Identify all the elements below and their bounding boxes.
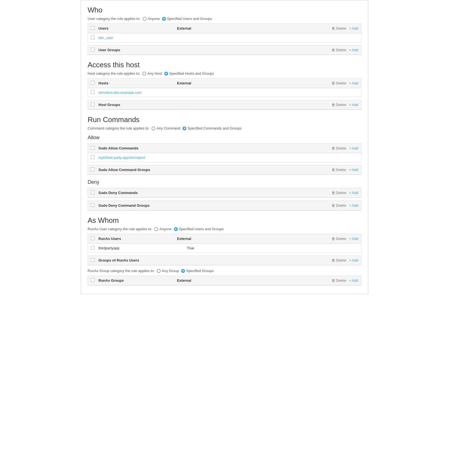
sudo-allow-command-groups-header-checkbox[interactable]	[91, 167, 95, 171]
user-groups-delete-button[interactable]: 🗑 Delete	[331, 48, 346, 52]
sudo-deny-commands-header-checkbox[interactable]	[91, 190, 95, 194]
sudo-deny-command-groups-table: Sudo Deny Command Groups 🗑 Delete + Add	[88, 201, 361, 211]
runas-users-add-button[interactable]: + Add	[349, 237, 358, 241]
table-row: idmclient.idm.example.com	[88, 88, 361, 97]
trash-icon: 🗑	[331, 258, 335, 262]
host-groups-header-checkbox[interactable]	[91, 102, 95, 106]
hosts-table: Hosts External 🗑 Delete + Add idmclient.…	[88, 78, 361, 97]
as-whom-radio-specified-circle	[174, 227, 178, 231]
runas-groups-delete-button[interactable]: 🗑 Delete	[331, 278, 346, 283]
who-section: Who User category the rule applies to: A…	[88, 6, 361, 55]
trash-icon: 🗑	[331, 237, 335, 241]
access-host-radio-any[interactable]: Any Host	[142, 71, 162, 76]
user-groups-table: User Groups 🗑 Delete + Add	[88, 45, 361, 55]
groups-of-runas-users-delete-button[interactable]: 🗑 Delete	[331, 258, 346, 262]
sudo-allow-commands-header-checkbox[interactable]	[91, 146, 95, 150]
hosts-header-checkbox[interactable]	[91, 81, 95, 85]
table-row: thirdpartyapp True	[88, 244, 361, 252]
user-groups-table-header: User Groups 🗑 Delete + Add	[88, 45, 361, 55]
sudo-allow-command-groups-delete-button[interactable]: 🗑 Delete	[331, 168, 346, 172]
run-commands-radio-specified[interactable]: Specified Commands and Groups	[182, 126, 241, 130]
groups-of-runas-users-add-button[interactable]: + Add	[349, 258, 358, 262]
as-whom-radio-specified[interactable]: Specified Users and Groups	[174, 227, 224, 231]
runas-users-row-checkbox[interactable]	[91, 246, 95, 250]
sudo-deny-commands-table: Sudo Deny Commands 🗑 Delete + Add	[88, 188, 361, 198]
runas-user-rule-label: RunAs User category the rule applies to:…	[88, 227, 361, 231]
host-groups-delete-button[interactable]: 🗑 Delete	[331, 103, 346, 107]
groups-of-runas-users-header-checkbox[interactable]	[91, 258, 95, 262]
host-groups-add-button[interactable]: + Add	[349, 103, 358, 107]
sudo-allow-commands-delete-button[interactable]: 🗑 Delete	[331, 146, 346, 150]
as-whom-section: As Whom RunAs User category the rule app…	[88, 216, 361, 286]
hosts-table-header: Hosts External 🗑 Delete + Add	[88, 79, 361, 88]
users-delete-button[interactable]: 🗑 Delete	[331, 26, 346, 30]
sudo-allow-commands-row-checkbox[interactable]	[91, 155, 95, 159]
sudo-allow-commands-add-button[interactable]: + Add	[349, 146, 358, 150]
trash-icon: 🗑	[331, 26, 335, 30]
as-whom-radio-anygroup-circle	[157, 269, 161, 273]
groups-of-runas-users-table: Groups of RunAs Users 🗑 Delete + Add	[88, 255, 361, 265]
who-radio-specified[interactable]: Specified Users and Groups	[162, 17, 212, 21]
as-whom-radio-anygroup[interactable]: Any Group	[157, 269, 179, 273]
host-groups-table: Host Groups 🗑 Delete + Add	[88, 100, 361, 110]
run-commands-radio-specified-circle	[182, 126, 186, 130]
access-host-rule-label: Host category the rule applies to: Any H…	[88, 71, 361, 76]
hosts-row-checkbox[interactable]	[91, 90, 95, 94]
run-commands-radio-any[interactable]: Any Command	[152, 126, 180, 130]
who-radio-specified-circle	[162, 17, 166, 21]
deny-title: Deny	[88, 179, 361, 185]
users-header-checkbox[interactable]	[91, 26, 95, 30]
user-groups-header-checkbox[interactable]	[91, 48, 95, 51]
runas-groups-table: RunAs Groups External 🗑 Delete + Add	[88, 276, 361, 286]
runas-users-header-checkbox[interactable]	[91, 236, 95, 240]
runas-groups-table-header: RunAs Groups External 🗑 Delete + Add	[88, 276, 361, 285]
as-whom-radio-specified-groups[interactable]: Specified Groups	[181, 269, 214, 273]
access-host-title: Access this host	[88, 61, 361, 69]
runas-groups-add-button[interactable]: + Add	[349, 278, 358, 283]
sudo-allow-command-link[interactable]: /opt/third-party-app/bin/report	[98, 156, 145, 160]
sudo-allow-command-groups-add-button[interactable]: + Add	[349, 168, 358, 172]
who-rule-label: User category the rule applies to: Anyon…	[88, 17, 361, 21]
trash-icon: 🗑	[331, 203, 335, 208]
users-table-header: Users External 🗑 Delete + Add	[88, 24, 361, 33]
runas-users-table: RunAs Users External 🗑 Delete + Add thir…	[88, 234, 361, 253]
user-groups-add-button[interactable]: + Add	[349, 48, 358, 52]
sudo-deny-command-groups-delete-button[interactable]: 🗑 Delete	[331, 203, 346, 208]
access-host-radio-specified[interactable]: Specified Hosts and Groups	[164, 71, 214, 76]
trash-icon: 🗑	[331, 103, 335, 107]
users-add-button[interactable]: + Add	[349, 26, 358, 30]
sudo-deny-commands-delete-button[interactable]: 🗑 Delete	[331, 191, 346, 195]
sudo-allow-commands-header: Sudo Allow Commands 🗑 Delete + Add	[88, 144, 361, 153]
idmclient-link[interactable]: idmclient.idm.example.com	[98, 90, 142, 95]
as-whom-radio-anyone[interactable]: Anyone	[154, 227, 171, 231]
trash-icon: 🗑	[331, 278, 335, 283]
access-host-radio-specified-circle	[164, 72, 168, 76]
idm-user-link[interactable]: idm_user	[98, 36, 113, 40]
run-commands-rule-label: Command category the rule applies to: An…	[88, 126, 361, 130]
trash-icon: 🗑	[331, 191, 335, 195]
users-table: Users External 🗑 Delete + Add idm_user	[88, 24, 361, 42]
users-row-checkbox[interactable]	[91, 35, 95, 39]
hosts-add-button[interactable]: + Add	[349, 81, 358, 85]
trash-icon: 🗑	[331, 81, 335, 85]
as-whom-radio-anyone-circle	[154, 227, 158, 231]
access-host-section: Access this host Host category the rule …	[88, 61, 361, 110]
who-radio-anyone[interactable]: Anyone	[143, 17, 160, 21]
access-host-radio-any-circle	[142, 72, 146, 76]
run-commands-section: Run Commands Command category the rule a…	[88, 115, 361, 211]
sudo-deny-command-groups-header-checkbox[interactable]	[91, 203, 95, 207]
runas-users-delete-button[interactable]: 🗑 Delete	[331, 237, 346, 241]
table-row: /opt/third-party-app/bin/report	[88, 153, 361, 162]
host-groups-table-header: Host Groups 🗑 Delete + Add	[88, 100, 361, 110]
sudo-allow-command-groups-header: Sudo Allow Command Groups 🗑 Delete + Add	[88, 165, 361, 175]
main-page: Who User category the rule applies to: A…	[81, 0, 368, 294]
sudo-deny-commands-add-button[interactable]: + Add	[349, 191, 358, 195]
sudo-allow-command-groups-table: Sudo Allow Command Groups 🗑 Delete + Add	[88, 165, 361, 175]
run-commands-radio-any-circle	[152, 126, 155, 130]
trash-icon: 🗑	[331, 168, 335, 172]
sudo-deny-command-groups-add-button[interactable]: + Add	[349, 203, 358, 208]
trash-icon: 🗑	[331, 48, 335, 52]
as-whom-title: As Whom	[88, 216, 361, 225]
runas-groups-header-checkbox[interactable]	[91, 278, 95, 282]
hosts-delete-button[interactable]: 🗑 Delete	[331, 81, 346, 85]
